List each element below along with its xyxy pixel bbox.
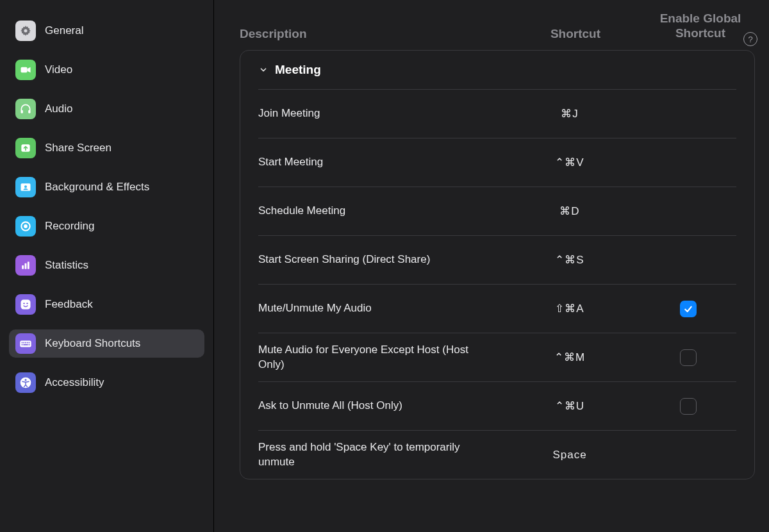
shortcut-row: Schedule Meeting⌘D [258,187,736,235]
shortcut-keys[interactable]: ⌘J [499,107,640,121]
header-shortcut: Shortcut [505,27,646,41]
video-icon [15,60,36,80]
shortcuts-panel: Meeting Join Meeting⌘JStart Meeting⌃⌘VSc… [240,50,755,479]
shortcut-keys[interactable]: Space [499,449,640,461]
shortcut-description: Start Screen Sharing (Direct Share) [258,253,499,267]
sidebar-item-feedback[interactable]: Feedback [9,290,204,319]
shortcut-description: Mute/Unmute My Audio [258,301,499,316]
shortcut-row: Press and hold 'Space Key' to temporaril… [258,430,736,479]
global-shortcut-cell [640,398,736,415]
shortcut-row: Start Screen Sharing (Direct Share)⌃⌘S [258,235,736,284]
shortcut-description: Ask to Unmute All (Host Only) [258,399,499,413]
settings-window: GeneralVideoAudioShare ScreenBackground … [0,0,769,532]
svg-rect-19 [25,342,26,344]
sidebar-item-keyboard-shortcuts[interactable]: Keyboard Shortcuts [9,329,204,358]
svg-rect-17 [22,342,23,344]
svg-point-15 [26,303,28,304]
global-shortcut-checkbox[interactable] [680,301,697,317]
shortcut-description: Mute Audio for Everyone Except Host (Hos… [258,343,499,372]
svg-rect-4 [28,110,30,113]
shortcut-keys[interactable]: ⌃⌘S [499,253,640,267]
svg-rect-18 [23,342,24,344]
shortcut-row: Ask to Unmute All (Host Only)⌃⌘U [258,381,736,430]
share-up-icon [15,138,36,158]
shortcut-keys[interactable]: ⇧⌘A [499,302,640,315]
person-card-icon [15,177,36,197]
sidebar-item-accessibility[interactable]: Accessibility [9,369,204,397]
svg-rect-10 [22,265,24,269]
svg-rect-2 [21,67,28,72]
svg-rect-11 [25,263,27,269]
svg-rect-12 [28,262,29,269]
sidebar-item-label: Audio [45,103,72,115]
global-shortcut-cell [640,301,736,317]
shortcut-description: Join Meeting [258,106,499,121]
headphones-icon [15,99,36,119]
svg-point-9 [24,224,28,228]
sidebar-item-label: Background & Effects [45,181,149,194]
shortcut-row: Mute Audio for Everyone Except Host (Hos… [258,333,736,381]
svg-rect-3 [21,110,23,113]
sidebar-item-label: Recording [45,220,95,233]
chevron-down-icon [258,65,269,75]
svg-point-1 [24,29,28,33]
sidebar-item-audio[interactable]: Audio [9,95,204,123]
global-shortcut-cell [640,349,736,366]
svg-rect-21 [29,342,30,344]
shortcut-rows: Join Meeting⌘JStart Meeting⌃⌘VSchedule M… [258,89,736,479]
accessibility-icon [15,372,36,393]
sidebar-item-video[interactable]: Video [9,56,204,84]
svg-point-7 [24,185,27,188]
sidebar-item-label: Accessibility [45,376,104,389]
sidebar-item-statistics[interactable]: Statistics [9,251,204,279]
sidebar-item-label: Statistics [45,259,88,272]
shortcut-row: Join Meeting⌘J [258,89,736,138]
shortcut-keys[interactable]: ⌃⌘V [499,156,640,169]
sidebar-item-label: Feedback [45,298,93,311]
header-description: Description [240,27,505,41]
shortcut-row: Mute/Unmute My Audio⇧⌘A [258,284,736,333]
svg-rect-22 [22,344,23,345]
gear-icon [15,21,36,41]
svg-rect-24 [29,344,30,345]
shortcut-description: Start Meeting [258,155,499,170]
svg-rect-13 [21,300,31,310]
record-icon [15,216,36,237]
shortcut-keys[interactable]: ⌃⌘M [499,351,640,364]
global-shortcut-checkbox[interactable] [680,349,697,366]
smile-icon [15,294,36,315]
sidebar-item-background-effects[interactable]: Background & Effects [9,173,204,201]
keyboard-icon [15,333,36,354]
shortcut-keys[interactable]: ⌃⌘U [499,399,640,413]
svg-point-14 [23,303,24,304]
shortcut-description: Schedule Meeting [258,204,499,219]
shortcut-keys[interactable]: ⌘D [499,204,640,218]
svg-rect-23 [23,344,28,345]
sidebar-item-share-screen[interactable]: Share Screen [9,134,204,162]
shortcut-row: Start Meeting⌃⌘V [258,138,736,187]
header-enable-global: Enable Global Shortcut [646,11,755,42]
sidebar-item-recording[interactable]: Recording [9,212,204,240]
bar-chart-icon [15,255,36,276]
sidebar-item-label: Keyboard Shortcuts [45,337,140,350]
sidebar-item-label: Share Screen [45,142,112,154]
sidebar-item-label: General [45,24,83,37]
svg-rect-16 [20,340,31,347]
sidebar-item-label: Video [45,63,72,76]
keyboard-shortcuts-pane: Description Shortcut Enable Global Short… [214,0,769,532]
settings-sidebar: GeneralVideoAudioShare ScreenBackground … [0,0,214,532]
sidebar-item-general[interactable]: General [9,17,204,45]
group-title: Meeting [275,63,321,77]
shortcut-description: Press and hold 'Space Key' to temporaril… [258,440,499,470]
global-shortcut-checkbox[interactable] [680,398,697,415]
help-icon[interactable]: ? [743,32,757,46]
group-meeting-header[interactable]: Meeting [258,51,736,89]
svg-rect-20 [27,342,28,344]
svg-point-26 [25,379,27,381]
column-headers: Description Shortcut Enable Global Short… [240,0,755,50]
